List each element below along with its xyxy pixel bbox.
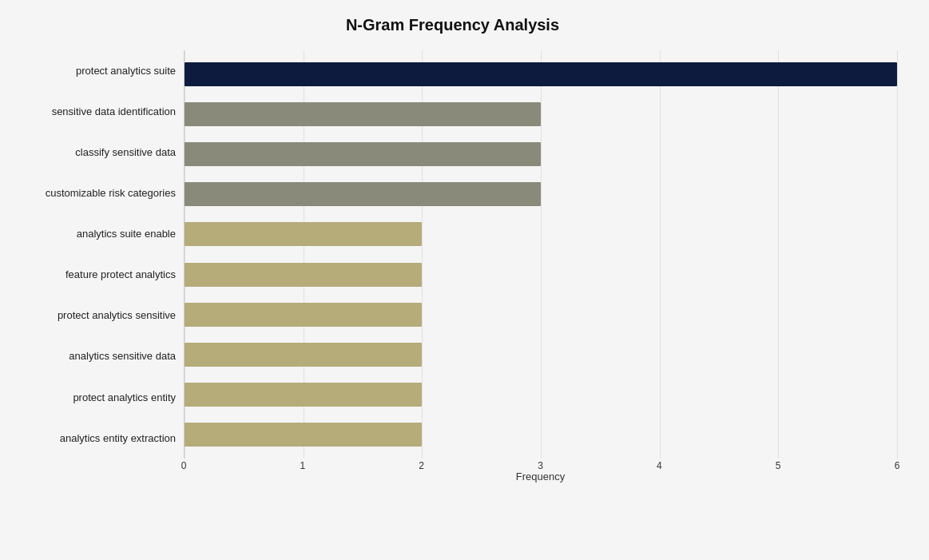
y-label: sensitive data identification bbox=[8, 91, 176, 132]
grid-line bbox=[897, 50, 898, 459]
bars-area bbox=[184, 50, 897, 459]
bar bbox=[185, 222, 422, 246]
bar-row bbox=[185, 94, 897, 134]
bar bbox=[185, 62, 897, 86]
bar bbox=[185, 182, 541, 206]
x-axis-label: Frequency bbox=[184, 471, 897, 483]
x-tick: 1 bbox=[300, 460, 306, 471]
y-axis-labels: protect analytics suitesensitive data id… bbox=[8, 50, 184, 483]
chart-area: protect analytics suitesensitive data id… bbox=[8, 50, 897, 483]
y-label: feature protect analytics bbox=[8, 254, 176, 295]
x-axis: 0123456 Frequency bbox=[184, 459, 897, 483]
y-label: classify sensitive data bbox=[8, 132, 176, 173]
bar-row bbox=[185, 295, 897, 335]
bar-row bbox=[185, 335, 897, 375]
bar bbox=[185, 303, 422, 327]
bar-row bbox=[185, 134, 897, 174]
bar bbox=[185, 343, 422, 367]
bar bbox=[185, 383, 422, 407]
bar bbox=[185, 102, 541, 126]
y-label: protect analytics entity bbox=[8, 377, 176, 418]
bar-row bbox=[185, 174, 897, 214]
bar bbox=[185, 423, 422, 447]
y-label: analytics sensitive data bbox=[8, 336, 176, 377]
chart-container: N-Gram Frequency Analysis protect analyt… bbox=[0, 0, 929, 560]
x-tick: 4 bbox=[657, 460, 662, 471]
bar-row bbox=[185, 375, 897, 415]
x-ticks: 0123456 bbox=[184, 459, 897, 469]
chart-title: N-Gram Frequency Analysis bbox=[8, 16, 897, 34]
bar-row bbox=[185, 254, 897, 294]
y-label: protect analytics suite bbox=[8, 50, 176, 91]
x-tick: 6 bbox=[895, 460, 900, 471]
bar bbox=[185, 142, 541, 166]
x-tick: 5 bbox=[776, 460, 781, 471]
y-label: analytics entity extraction bbox=[8, 418, 176, 459]
bar-row bbox=[185, 214, 897, 254]
bar-row bbox=[185, 54, 897, 94]
bar-row bbox=[185, 415, 897, 455]
bars-and-x: 0123456 Frequency bbox=[184, 50, 897, 483]
y-label: analytics suite enable bbox=[8, 213, 176, 254]
bars-wrapper bbox=[185, 50, 897, 459]
y-label: protect analytics sensitive bbox=[8, 296, 176, 336]
x-tick: 3 bbox=[538, 460, 543, 471]
x-tick: 2 bbox=[419, 460, 424, 471]
bar bbox=[185, 263, 422, 287]
x-tick: 0 bbox=[181, 460, 187, 471]
y-label: customizable risk categories bbox=[8, 173, 176, 213]
